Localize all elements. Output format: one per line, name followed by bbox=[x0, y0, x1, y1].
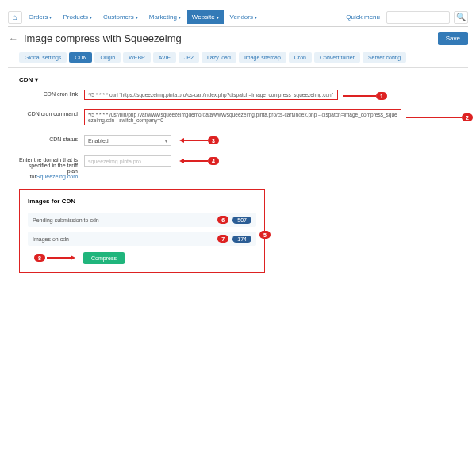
row-pending: Pending submission to cdn 6 507 bbox=[28, 213, 256, 227]
panel-title: Images for CDN bbox=[28, 198, 256, 205]
tab-cron[interactable]: Cron bbox=[289, 52, 312, 63]
tabs: Global settings CDN Origin WEBP AVIF JP2… bbox=[8, 50, 468, 68]
back-icon[interactable]: ← bbox=[8, 33, 19, 44]
panel-images: Images for CDN Pending submission to cdn… bbox=[19, 189, 265, 273]
badge-oncdn: 174 bbox=[232, 236, 251, 243]
title-row: ← Image compress with Squeezeimg Save bbox=[8, 27, 468, 50]
tab-global[interactable]: Global settings bbox=[19, 52, 67, 63]
callout-8: 8 bbox=[34, 254, 45, 262]
tab-sitemap[interactable]: Image sitemap bbox=[239, 52, 286, 63]
callout-4: 4 bbox=[208, 157, 219, 165]
compress-button[interactable]: Compress bbox=[83, 252, 125, 264]
badge-pending: 507 bbox=[232, 217, 251, 224]
callout-5: 5 bbox=[259, 231, 271, 239]
callout-3: 3 bbox=[208, 136, 219, 144]
search-icon[interactable]: 🔍 bbox=[454, 11, 468, 24]
tab-lazy[interactable]: Lazy load bbox=[202, 52, 236, 63]
field-cronlink: */5 * * * * curl "https://squeezeimg.pin… bbox=[84, 90, 338, 100]
callout-6: 6 bbox=[217, 216, 228, 224]
nav-marketing[interactable]: Marketing▾ bbox=[144, 10, 186, 24]
nav-products[interactable]: Products▾ bbox=[58, 10, 97, 24]
tab-origin[interactable]: Origin bbox=[94, 52, 121, 63]
label-status: CDN status bbox=[19, 135, 84, 142]
nav-vendors[interactable]: Vendors▾ bbox=[225, 10, 262, 24]
quick-menu[interactable]: Quick menu bbox=[341, 13, 385, 21]
field-croncmd: */5 * * * * /usr/bin/php /var/www/squeez… bbox=[84, 109, 401, 125]
home-icon[interactable]: ⌂ bbox=[8, 11, 22, 24]
label-domain: Enter the domain that is specified in th… bbox=[19, 155, 84, 179]
tab-jp2[interactable]: JP2 bbox=[178, 52, 199, 63]
callout-7: 7 bbox=[217, 235, 228, 243]
callout-2: 2 bbox=[462, 113, 473, 121]
nav-website[interactable]: Website▾ bbox=[187, 10, 224, 24]
nav-customers[interactable]: Customers▾ bbox=[98, 10, 143, 24]
tab-webp[interactable]: WEBP bbox=[123, 52, 151, 63]
row-oncdn: Images on cdn 7 174 bbox=[28, 232, 256, 246]
select-status[interactable]: Enabled▾ bbox=[84, 135, 171, 146]
search-input[interactable] bbox=[386, 11, 450, 24]
topnav: ⌂ Orders▾ Products▾ Customers▾ Marketing… bbox=[8, 8, 468, 27]
tab-cdn[interactable]: CDN bbox=[69, 52, 92, 63]
tab-convert[interactable]: Convert folder bbox=[314, 52, 360, 63]
nav-orders[interactable]: Orders▾ bbox=[24, 10, 56, 24]
label-croncmd: CDN cron command bbox=[19, 109, 84, 117]
callout-1: 1 bbox=[376, 92, 387, 100]
tab-avif[interactable]: AVIF bbox=[153, 52, 176, 63]
section-header[interactable]: CDN ▾ bbox=[19, 76, 468, 83]
label-cronlink: CDN cron link bbox=[19, 90, 84, 97]
input-domain[interactable] bbox=[84, 155, 171, 167]
page-title: Image compress with Squeezeimg bbox=[24, 33, 433, 44]
save-button[interactable]: Save bbox=[438, 32, 468, 45]
tab-server[interactable]: Server config bbox=[363, 52, 406, 63]
